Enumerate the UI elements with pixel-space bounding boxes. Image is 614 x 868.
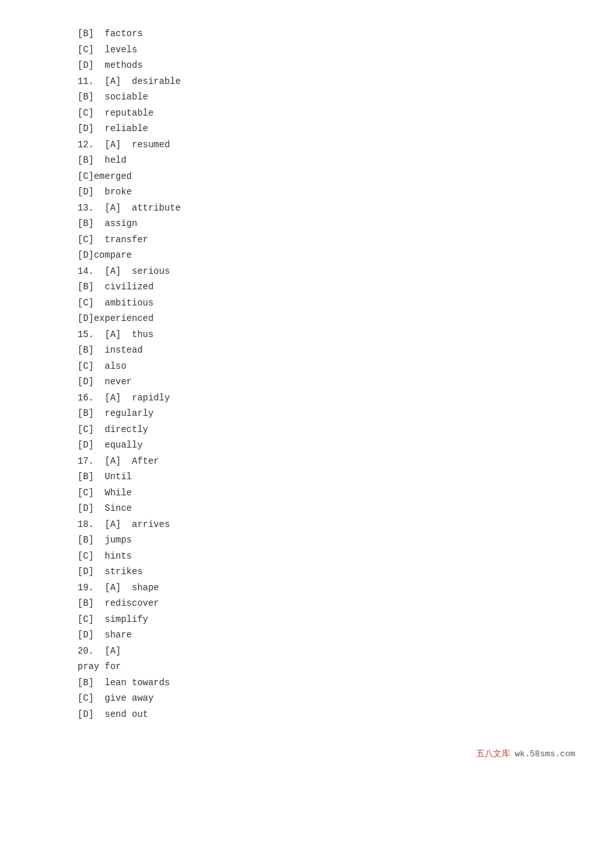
list-item: [C] give away [78,690,575,707]
list-item: [C] ambitious [78,295,575,311]
footer-url: wk.58sms.com [514,749,575,759]
list-item: [B] lean towards [78,675,575,691]
list-item: [D] broke [78,184,575,200]
list-item: 13. [A] attribute [78,200,575,216]
list-item: pray for [78,659,575,675]
list-item: [C]emerged [78,169,575,185]
footer-chinese: 五八文库 [476,749,510,759]
list-item: 18. [A] arrives [78,517,575,533]
list-item: [B] jumps [78,532,575,548]
list-item: [C] hints [78,548,575,564]
list-item: [C] also [78,358,575,375]
list-item: [B] Until [78,469,575,485]
list-item: 19. [A] shape [78,580,575,596]
list-item: [B] regularly [78,406,575,422]
list-item: [B] factors [78,26,575,42]
list-item: [D]experienced [78,311,575,327]
list-item: [C] reputable [78,105,575,121]
list-item: [C] While [78,485,575,501]
list-item: [C] levels [78,42,575,58]
list-item: [B] assign [78,216,575,232]
list-item: [C] transfer [78,232,575,248]
list-item: 14. [A] serious [78,264,575,280]
list-item: [B] rediscover [78,595,575,612]
list-item: [D] methods [78,57,575,74]
list-item: [D] share [78,627,575,643]
content-area: [B] factors[C] levels[D] methods11. [A] … [78,26,575,760]
list-item: [C] directly [78,422,575,438]
list-item: [D]compare [78,247,575,264]
list-item: 20. [A] [78,643,575,659]
list-item: [D] equally [78,437,575,453]
list-item: [D] strikes [78,564,575,580]
list-item: [B] held [78,152,575,169]
list-item: [B] instead [78,342,575,358]
list-item: [B] sociable [78,89,575,105]
list-item: 12. [A] resumed [78,137,575,153]
list-item: [D] Since [78,501,575,517]
footer: 五八文库 wk.58sms.com [78,748,575,760]
list-item: [D] never [78,374,575,390]
list-item: [B] civilized [78,279,575,295]
list-item: 15. [A] thus [78,327,575,343]
list-item: [C] simplify [78,612,575,628]
list-item: 17. [A] After [78,453,575,470]
list-item: 11. [A] desirable [78,74,575,90]
list-item: [D] reliable [78,121,575,137]
list-item: 16. [A] rapidly [78,390,575,406]
list-item: [D] send out [78,707,575,723]
